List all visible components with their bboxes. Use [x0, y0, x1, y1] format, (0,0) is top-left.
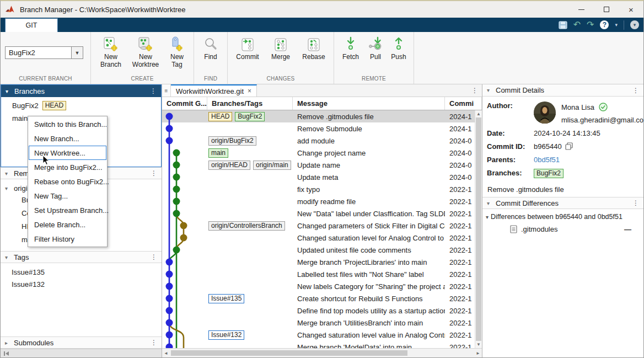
remote-badge[interactable]: origin/ControllersBranch	[208, 221, 285, 231]
menu-item[interactable]: Delete Branch...	[29, 217, 106, 232]
collapse-icon[interactable]: ▾	[5, 254, 14, 260]
table-row[interactable]: Update meta2024-0	[162, 171, 475, 183]
table-row[interactable]: modify readme file2022-1	[162, 195, 475, 207]
branches-header[interactable]: ▾ Branches ⋮	[1, 85, 161, 97]
minimize-button[interactable]	[569, 1, 594, 18]
horizontal-scrollbar[interactable]: ◄ ►	[162, 348, 482, 357]
scroll-right-icon[interactable]: ►	[474, 349, 482, 357]
tab-git[interactable]: GIT	[5, 18, 58, 32]
new-tag-button[interactable]: New Tag	[165, 36, 189, 69]
fetch-button[interactable]: Fetch	[339, 36, 363, 61]
menu-item[interactable]: New Worktree...	[29, 146, 106, 160]
find-button[interactable]: Find	[198, 36, 223, 61]
issue-badge[interactable]: Issue#135	[208, 294, 244, 303]
tags-menu-icon[interactable]: ⋮	[151, 253, 157, 261]
col-commit-graph[interactable]: Commit G...	[162, 97, 207, 110]
pull-button[interactable]: Pull	[365, 36, 386, 61]
table-row[interactable]: Changed saturation level for Analog Cont…	[162, 232, 475, 244]
table-row[interactable]: Define find top models utility as a star…	[162, 304, 475, 317]
branch-item[interactable]: BugFix2HEAD	[1, 99, 161, 112]
new-branch-button[interactable]: New Branch	[95, 36, 126, 69]
table-row[interactable]: fix typo2022-1	[162, 183, 475, 195]
collapse-icon[interactable]: ▾	[5, 185, 14, 191]
tab-close-icon[interactable]: ×	[248, 87, 251, 95]
table-row[interactable]: Issue#132Changed saturation level value …	[162, 329, 475, 341]
table-row[interactable]: origin/BugFix2add module2024-0	[162, 135, 475, 147]
table-row[interactable]: Remove Submodule2024-1	[162, 122, 475, 135]
scroll-up-icon[interactable]: ▲	[475, 111, 482, 116]
table-row[interactable]: Merge branch 'UtilitiesBranch' into main…	[162, 317, 475, 329]
new-worktree-button[interactable]: New Worktree	[128, 36, 163, 69]
collapse-icon[interactable]: ▾	[487, 200, 496, 206]
head-badge[interactable]: HEAD	[208, 112, 232, 121]
commit-details-menu-icon[interactable]: ⋮	[632, 87, 639, 94]
vscroll-thumb[interactable]	[476, 117, 481, 341]
help-icon[interactable]: ?	[600, 20, 609, 29]
collapse-icon[interactable]: ▾	[5, 170, 14, 177]
table-row[interactable]: New labels Category for "Sharing" the pr…	[162, 280, 475, 292]
push-button[interactable]: Push	[388, 36, 409, 61]
remote-badge[interactable]: origin/main	[253, 161, 291, 170]
table-row[interactable]: origin/HEADorigin/mainUpdate name2024-0	[162, 159, 475, 171]
undo-icon[interactable]: ↶	[573, 20, 581, 29]
collapse-icon[interactable]: ▾	[486, 214, 489, 220]
table-row[interactable]: Labelled test files with "Not Share" lab…	[162, 268, 475, 280]
remote-badge[interactable]: origin/HEAD	[208, 161, 250, 170]
table-row[interactable]: Issue#135Create shortcut for Rebuild S F…	[162, 292, 475, 304]
redo-icon[interactable]: ↷	[587, 20, 594, 29]
branch-badge[interactable]: main	[208, 148, 228, 158]
close-button[interactable]: ×	[619, 1, 643, 18]
menu-item[interactable]: New Tag...	[29, 189, 106, 203]
remote-badge[interactable]: origin/BugFix2	[208, 136, 256, 146]
menu-item[interactable]: Filter History	[29, 232, 106, 246]
expand-icon[interactable]: ▸	[5, 340, 14, 346]
changed-file-row[interactable]: .gitmodules —	[510, 225, 640, 233]
doc-tab-workwithworktree[interactable]: WorkwithWorktree.git ×	[171, 84, 257, 97]
branches-menu-icon[interactable]: ⋮	[150, 87, 157, 95]
rebase-button[interactable]: Rebase	[298, 36, 329, 61]
commit-differences-menu-icon[interactable]: ⋮	[632, 199, 639, 207]
hscroll-thumb[interactable]	[171, 350, 407, 356]
tag-item[interactable]: Issue#132	[1, 279, 162, 291]
scroll-left-icon[interactable]: ◄	[162, 349, 170, 357]
col-branches-tags[interactable]: Branches/Tags	[207, 97, 293, 110]
table-row[interactable]: Merge branch 'ProjectLibraries' into mai…	[162, 256, 475, 268]
menu-item[interactable]: New Branch...	[29, 131, 106, 146]
collapse-panel-icon[interactable]	[3, 351, 9, 356]
submodules-menu-icon[interactable]: ⋮	[151, 339, 157, 346]
remotes-menu-icon[interactable]: ⋮	[151, 169, 157, 177]
issue-badge[interactable]: Issue#132	[208, 330, 244, 340]
commit-details-header[interactable]: ▾ Commit Details ⋮	[482, 84, 643, 97]
current-branch-combo[interactable]: BugFix2 ▼	[5, 46, 86, 59]
collapse-ribbon-icon[interactable]: ▾	[630, 20, 639, 29]
col-commit-date[interactable]: Commi	[445, 97, 482, 110]
menu-item[interactable]: Switch to this Branch...	[29, 117, 106, 131]
menu-item[interactable]: Set Upstream Branch...	[29, 203, 106, 217]
col-message[interactable]: Message	[293, 97, 445, 110]
table-row[interactable]: New "Data" label under Clasffication. Ta…	[162, 207, 475, 220]
current-branch-value[interactable]: BugFix2	[5, 46, 71, 59]
vertical-scrollbar[interactable]: ▲ ▼	[475, 110, 482, 348]
menu-item[interactable]: Rebase onto BugFix2...	[29, 174, 106, 189]
merge-button[interactable]: Merge	[265, 36, 296, 61]
tag-item[interactable]: Issue#135	[1, 266, 162, 279]
help-dropdown-icon[interactable]: ▾	[615, 22, 618, 28]
table-row[interactable]: HEADBugFix2Remove .gitmodules file2024-1	[162, 110, 475, 122]
commit-differences-header[interactable]: ▾ Commit Differences ⋮	[482, 197, 643, 209]
commit-button[interactable]: Commit	[232, 36, 263, 61]
tags-header[interactable]: ▾ Tags ⋮	[1, 251, 162, 263]
parent-commit-link[interactable]: 0bd5f51	[534, 156, 560, 164]
menu-item[interactable]: Merge into BugFix2...	[29, 160, 106, 174]
save-icon[interactable]	[559, 21, 567, 29]
branch-badge[interactable]: BugFix2	[534, 169, 564, 178]
table-row[interactable]: mainChange project name2024-0	[162, 147, 475, 159]
table-row[interactable]: Merge branch 'ModelData' into main2022-1	[162, 341, 475, 348]
copy-icon[interactable]	[565, 142, 573, 150]
submodules-header[interactable]: ▸ Submodules ⋮	[1, 336, 162, 349]
scroll-down-icon[interactable]: ▼	[475, 342, 482, 347]
branch-badge[interactable]: BugFix2	[235, 112, 265, 121]
differences-root[interactable]: ▾ Differences between b965440 and 0bd5f5…	[486, 213, 640, 221]
collapse-icon[interactable]: ▾	[487, 87, 496, 93]
table-row[interactable]: origin/ControllersBranchChanged paramete…	[162, 220, 475, 232]
maximize-button[interactable]	[594, 1, 619, 18]
